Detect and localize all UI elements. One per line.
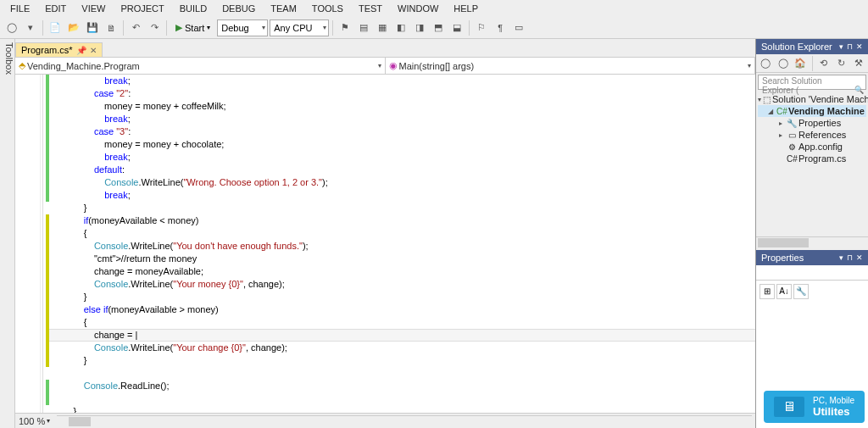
document-tabs: Program.cs* 📌 ✕ bbox=[15, 39, 755, 58]
menu-file[interactable]: FILE bbox=[3, 2, 36, 15]
se-toolbar: ◯ ◯ 🏠 ⟲ ↻ ⚒ bbox=[756, 54, 868, 73]
prop-icon[interactable]: 🔧 bbox=[793, 284, 809, 299]
props-icon[interactable]: ⚒ bbox=[851, 55, 867, 72]
tool-icon[interactable]: ▭ bbox=[510, 19, 527, 36]
save-icon[interactable]: 💾 bbox=[84, 19, 101, 36]
fwd-icon[interactable]: ◯ bbox=[776, 55, 792, 72]
sync-icon[interactable]: ⟲ bbox=[815, 55, 832, 72]
open-icon[interactable]: 📂 bbox=[65, 19, 82, 36]
menu-view[interactable]: VIEW bbox=[75, 2, 112, 15]
pin-icon[interactable]: ⊓ bbox=[847, 253, 853, 262]
tab-program-cs[interactable]: Program.cs* 📌 ✕ bbox=[15, 42, 103, 57]
pin-icon[interactable]: 📌 bbox=[76, 46, 86, 55]
main-menu: FILEEDITVIEWPROJECTBUILDDEBUGTEAMTOOLSTE… bbox=[0, 0, 868, 17]
tool-icon[interactable]: ¶ bbox=[492, 19, 509, 36]
close-icon[interactable]: ✕ bbox=[90, 46, 97, 55]
close-icon[interactable]: ✕ bbox=[856, 42, 863, 51]
tree-item[interactable]: ▸🔧Properties bbox=[758, 117, 866, 129]
menu-debug[interactable]: DEBUG bbox=[215, 2, 262, 15]
status-bar: 100 % ▾ bbox=[15, 413, 755, 428]
tree-item[interactable]: C#Program.cs bbox=[758, 153, 866, 164]
tool-icon[interactable]: ◨ bbox=[411, 19, 428, 36]
watermark: PC, MobileUtilites bbox=[764, 391, 865, 423]
menu-project[interactable]: PROJECT bbox=[114, 2, 170, 15]
solution-explorer-header: Solution Explorer ▾⊓✕ bbox=[756, 39, 868, 54]
solution-tree[interactable]: ▾⬚Solution 'Vendine Machine' ◢C#Vending … bbox=[756, 92, 868, 236]
refresh-icon[interactable]: ↻ bbox=[833, 55, 849, 72]
code-editor[interactable]: break; case "2": money = money + coffeeM… bbox=[15, 75, 755, 413]
toolbox-tab[interactable]: Toolbox bbox=[0, 39, 15, 428]
home-icon[interactable]: 🏠 bbox=[793, 55, 809, 72]
start-debug-button[interactable]: ▶Start▾ bbox=[170, 19, 215, 36]
tool-icon[interactable]: ⚑ bbox=[337, 19, 353, 36]
tree-solution[interactable]: ▾⬚Solution 'Vendine Machine' bbox=[758, 93, 866, 105]
pin-icon[interactable]: ⊓ bbox=[847, 42, 853, 51]
tree-project[interactable]: ◢C#Vending Machine bbox=[758, 105, 866, 117]
dropdown-icon[interactable]: ▾ bbox=[839, 253, 843, 262]
menu-window[interactable]: WINDOW bbox=[391, 2, 445, 15]
back-icon[interactable]: ◯ bbox=[758, 55, 774, 72]
menu-build[interactable]: BUILD bbox=[173, 2, 214, 15]
monitor-icon bbox=[774, 397, 804, 417]
se-h-scroll[interactable] bbox=[756, 236, 868, 248]
tool-icon[interactable]: ⬒ bbox=[430, 19, 447, 36]
tab-label: Program.cs* bbox=[21, 45, 73, 55]
nav-fwd-icon[interactable]: ▾ bbox=[22, 19, 39, 36]
zoom-level[interactable]: 100 % bbox=[19, 416, 45, 426]
panel-title: Properties bbox=[761, 253, 804, 263]
dropdown-icon[interactable]: ▾ bbox=[839, 42, 843, 51]
tree-item[interactable]: ⚙App.config bbox=[758, 141, 866, 153]
sort-icon[interactable]: A↓ bbox=[776, 284, 792, 299]
menu-tools[interactable]: TOOLS bbox=[305, 2, 350, 15]
menu-edit[interactable]: EDIT bbox=[38, 2, 73, 15]
undo-icon[interactable]: ↶ bbox=[127, 19, 144, 36]
panel-title: Solution Explorer bbox=[761, 42, 832, 52]
tool-icon[interactable]: ⚐ bbox=[473, 19, 490, 36]
tool-icon[interactable]: ▤ bbox=[355, 19, 372, 36]
config-dropdown[interactable]: Debug bbox=[217, 19, 268, 36]
properties-header: Properties ▾⊓✕ bbox=[756, 250, 868, 265]
redo-icon[interactable]: ↷ bbox=[146, 19, 163, 36]
se-search-input[interactable]: Search Solution Explorer ( bbox=[758, 75, 866, 90]
menu-test[interactable]: TEST bbox=[352, 2, 389, 15]
h-scrollbar[interactable] bbox=[57, 415, 752, 427]
tree-item[interactable]: ▸▭References bbox=[758, 129, 866, 141]
tool-icon[interactable]: ▦ bbox=[374, 19, 391, 36]
new-icon[interactable]: 📄 bbox=[47, 19, 64, 36]
save-all-icon[interactable]: 🗎 bbox=[103, 19, 120, 36]
menu-help[interactable]: HELP bbox=[447, 2, 485, 15]
toolbar: ◯ ▾ 📄 📂 💾 🗎 ↶ ↷ ▶Start▾ Debug Any CPU ⚑ … bbox=[0, 17, 868, 39]
menu-team[interactable]: TEAM bbox=[264, 2, 303, 15]
nav-back-icon[interactable]: ◯ bbox=[3, 19, 20, 36]
close-icon[interactable]: ✕ bbox=[856, 253, 863, 262]
tool-icon[interactable]: ◧ bbox=[392, 19, 409, 36]
cat-icon[interactable]: ⊞ bbox=[760, 284, 775, 299]
class-dropdown[interactable]: ⬘Vending_Machine.Program bbox=[15, 58, 386, 74]
tool-icon[interactable]: ⬓ bbox=[448, 19, 465, 36]
method-dropdown[interactable]: ◉Main(string[] args) bbox=[386, 58, 756, 74]
platform-dropdown[interactable]: Any CPU bbox=[270, 19, 329, 36]
